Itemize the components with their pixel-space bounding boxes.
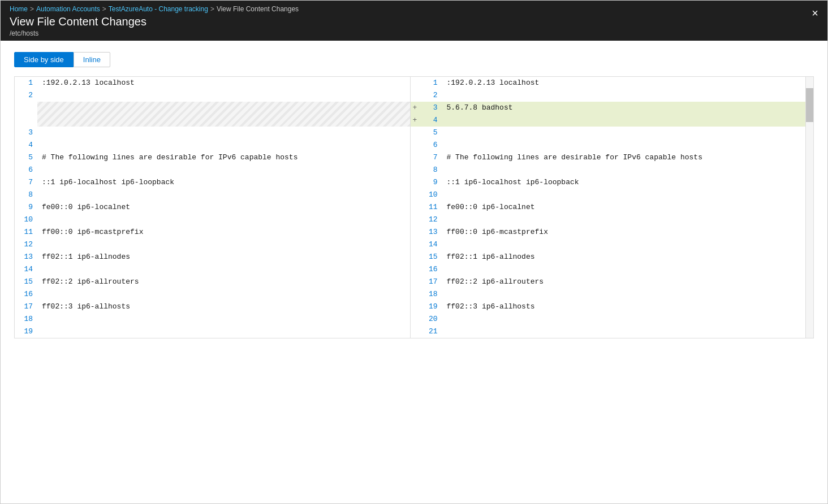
line-content: ::1 ip6-localhost ip6-loopback bbox=[442, 176, 806, 189]
line-marker: + bbox=[411, 114, 420, 127]
diff-line: 16 bbox=[411, 263, 806, 276]
line-content: # The following lines are desirable for … bbox=[37, 151, 410, 164]
diff-line: 11ff00::0 ip6-mcastprefix bbox=[15, 226, 410, 238]
line-content bbox=[442, 127, 806, 139]
diff-line: 6 bbox=[411, 139, 806, 151]
line-number: 7 bbox=[420, 151, 442, 164]
line-marker bbox=[411, 325, 420, 338]
line-content: :192.0.2.13 localhost bbox=[37, 77, 410, 89]
diff-line: 20 bbox=[411, 313, 806, 325]
line-marker bbox=[411, 89, 420, 102]
line-content bbox=[442, 164, 806, 176]
line-number bbox=[15, 102, 37, 127]
diff-line: 2 bbox=[411, 89, 806, 102]
line-content bbox=[37, 325, 410, 338]
diff-line: 18 bbox=[15, 313, 410, 325]
breadcrumb-change-tracking[interactable]: TestAzureAuto - Change tracking bbox=[109, 5, 208, 13]
diff-line: 13ff00::0 ip6-mcastprefix bbox=[411, 226, 806, 238]
line-number: 17 bbox=[15, 301, 37, 313]
line-content bbox=[442, 288, 806, 301]
diff-line: 2 bbox=[15, 89, 410, 102]
line-number: 9 bbox=[420, 176, 442, 189]
inline-button[interactable]: Inline bbox=[74, 52, 110, 67]
modal-overlay: Home > Automation Accounts > TestAzureAu… bbox=[0, 0, 828, 504]
side-by-side-button[interactable]: Side by side bbox=[14, 52, 74, 67]
line-number: 16 bbox=[15, 288, 37, 301]
line-number: 5 bbox=[420, 127, 442, 139]
diff-line: 16 bbox=[15, 288, 410, 301]
line-content bbox=[37, 139, 410, 151]
diff-line: 7# The following lines are desirable for… bbox=[411, 151, 806, 164]
line-marker bbox=[411, 301, 420, 313]
view-toggle: Side by side Inline bbox=[14, 52, 814, 67]
diff-line: 14 bbox=[411, 238, 806, 251]
line-content bbox=[442, 114, 806, 127]
line-number: 4 bbox=[420, 114, 442, 127]
line-content bbox=[37, 288, 410, 301]
line-content: ff00::0 ip6-mcastprefix bbox=[37, 226, 410, 238]
line-marker bbox=[411, 201, 420, 214]
diff-line: 9::1 ip6-localhost ip6-loopback bbox=[411, 176, 806, 189]
line-content: ff02::3 ip6-allhosts bbox=[37, 301, 410, 313]
modal-body: Side by side Inline 1:192.0.2.13 localho… bbox=[1, 41, 827, 350]
line-content bbox=[37, 214, 410, 226]
line-number: 2 bbox=[420, 89, 442, 102]
line-number: 7 bbox=[15, 176, 37, 189]
line-marker bbox=[411, 313, 420, 325]
line-marker bbox=[411, 226, 420, 238]
line-content bbox=[442, 189, 806, 201]
line-content: ff02::3 ip6-allhosts bbox=[442, 301, 806, 313]
line-content: fe00::0 ip6-localnet bbox=[442, 201, 806, 214]
modal-title: View File Content Changes bbox=[10, 15, 818, 28]
line-number: 19 bbox=[420, 301, 442, 313]
line-number: 18 bbox=[420, 288, 442, 301]
line-marker bbox=[411, 176, 420, 189]
line-number: 16 bbox=[420, 263, 442, 276]
line-content: ff02::1 ip6-allnodes bbox=[37, 251, 410, 263]
line-marker bbox=[411, 189, 420, 201]
line-content bbox=[37, 189, 410, 201]
line-number: 21 bbox=[420, 325, 442, 338]
line-number: 11 bbox=[420, 201, 442, 214]
line-number: 14 bbox=[15, 263, 37, 276]
modal-subtitle: /etc/hosts bbox=[10, 29, 818, 37]
line-number: 2 bbox=[15, 89, 37, 102]
line-content bbox=[442, 313, 806, 325]
line-content bbox=[37, 127, 410, 139]
diff-line: 5 bbox=[411, 127, 806, 139]
breadcrumb: Home > Automation Accounts > TestAzureAu… bbox=[10, 5, 818, 13]
line-number: 12 bbox=[420, 214, 442, 226]
diff-container: 1:192.0.2.13 localhost2345# The followin… bbox=[14, 76, 814, 338]
line-number: 18 bbox=[15, 313, 37, 325]
line-content: ff02::2 ip6-allrouters bbox=[442, 276, 806, 288]
line-number: 1 bbox=[15, 77, 37, 89]
line-number: 13 bbox=[420, 226, 442, 238]
diff-line: 3 bbox=[15, 127, 410, 139]
breadcrumb-automation[interactable]: Automation Accounts bbox=[36, 5, 100, 13]
line-number: 8 bbox=[15, 189, 37, 201]
breadcrumb-home[interactable]: Home bbox=[10, 5, 28, 13]
breadcrumb-sep2: > bbox=[102, 5, 106, 13]
line-marker bbox=[411, 276, 420, 288]
diff-panel-left: 1:192.0.2.13 localhost2345# The followin… bbox=[15, 77, 411, 338]
line-content bbox=[442, 238, 806, 251]
line-number: 10 bbox=[420, 189, 442, 201]
breadcrumb-current: View File Content Changes bbox=[217, 5, 299, 13]
line-number: 6 bbox=[15, 164, 37, 176]
line-number: 15 bbox=[420, 251, 442, 263]
line-content: # The following lines are desirable for … bbox=[442, 151, 806, 164]
diff-line: 4 bbox=[15, 139, 410, 151]
diff-line: 11fe00::0 ip6-localnet bbox=[411, 201, 806, 214]
line-number: 5 bbox=[15, 151, 37, 164]
close-button[interactable]: × bbox=[812, 7, 818, 19]
diff-line: 19ff02::3 ip6-allhosts bbox=[411, 301, 806, 313]
line-marker bbox=[411, 127, 420, 139]
line-content bbox=[37, 164, 410, 176]
diff-line: 17ff02::2 ip6-allrouters bbox=[411, 276, 806, 288]
diff-scrollbar[interactable] bbox=[805, 77, 813, 338]
diff-line: 12 bbox=[411, 214, 806, 226]
diff-line: 21 bbox=[411, 325, 806, 338]
line-content: ff00::0 ip6-mcastprefix bbox=[442, 226, 806, 238]
line-content bbox=[37, 102, 410, 127]
scrollbar-thumb bbox=[806, 88, 813, 122]
